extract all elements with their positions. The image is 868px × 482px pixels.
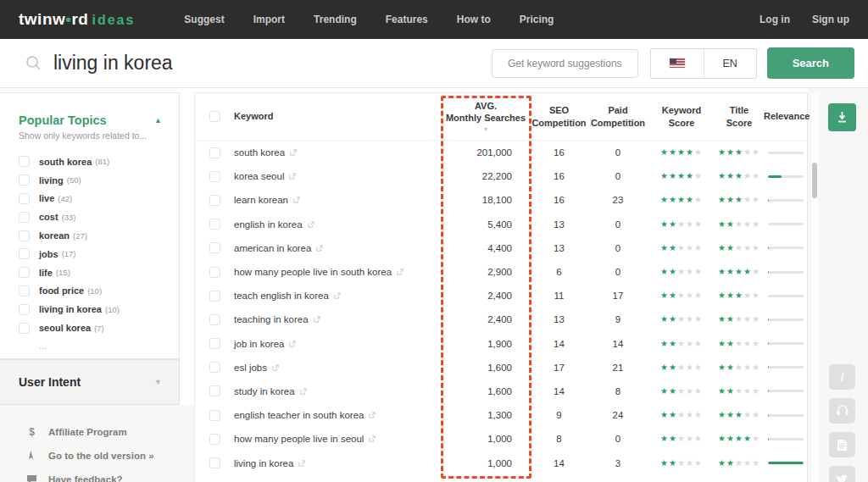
keyword-link[interactable]: job in korea — [234, 339, 284, 349]
table-row[interactable]: teaching in korea 2,400 13 9 ★★★★★ ★★★★★ — [195, 307, 807, 331]
search-input[interactable] — [53, 52, 492, 75]
table-row[interactable]: learn korean 18,100 16 23 ★★★★★ ★★★★★ — [195, 188, 807, 212]
header-title-score[interactable]: TitleScore — [715, 104, 764, 129]
table-row[interactable]: job in korea 1,900 14 14 ★★★★★ ★★★★★ — [195, 332, 807, 356]
external-link-icon[interactable] — [289, 341, 296, 347]
external-link-icon[interactable] — [316, 245, 323, 252]
topic-checkbox[interactable] — [19, 248, 30, 259]
nav-item-how-to[interactable]: How to — [457, 14, 491, 25]
sidebar-link[interactable]: $Affiliate Program — [25, 420, 180, 444]
sidebar-link[interactable]: Go to the old version » — [25, 444, 180, 468]
table-row[interactable]: english in korea 5,400 13 0 ★★★★★ ★★★★★ — [195, 213, 807, 236]
topic-filter-item[interactable]: life (15) — [19, 263, 162, 282]
row-checkbox[interactable] — [209, 434, 220, 445]
keyword-link[interactable]: american in korea — [234, 243, 311, 253]
scrollbar-track[interactable] — [811, 93, 818, 482]
keyword-link[interactable]: how many people live in seoul — [234, 434, 364, 444]
row-checkbox[interactable] — [209, 195, 220, 206]
external-link-icon[interactable] — [308, 221, 314, 228]
select-all-checkbox[interactable] — [209, 111, 220, 122]
row-checkbox[interactable] — [209, 338, 220, 349]
nav-item-import[interactable]: Import — [253, 14, 285, 25]
external-link-icon[interactable] — [334, 292, 341, 299]
row-checkbox[interactable] — [209, 242, 220, 253]
document-button[interactable] — [829, 432, 855, 457]
popular-topics-header[interactable]: Popular Topics ▲ — [19, 114, 162, 127]
topic-filter-item[interactable]: jobs (17) — [19, 245, 162, 263]
external-link-icon[interactable] — [298, 460, 305, 467]
popular-topics-more[interactable]: ... — [39, 341, 162, 351]
table-row[interactable]: teach english in korea 2,400 11 17 ★★★★★… — [195, 284, 807, 307]
header-paid-competition[interactable]: PaidCompetition — [587, 104, 648, 129]
language-selector[interactable]: EN — [650, 48, 757, 79]
language-code[interactable]: EN — [704, 49, 756, 78]
external-link-icon[interactable] — [369, 412, 376, 418]
table-row[interactable]: living in korea 1,000 14 3 ★★★★★ ★★★★★ — [195, 451, 807, 474]
scrollbar-thumb[interactable] — [812, 163, 817, 198]
topic-checkbox[interactable] — [19, 156, 30, 167]
keyword-link[interactable]: study in korea — [234, 386, 295, 396]
keyword-link[interactable]: korea seoul — [234, 171, 284, 181]
expand-caret-icon[interactable]: ▼ — [154, 378, 162, 386]
row-checkbox[interactable] — [209, 291, 220, 302]
keyword-link[interactable]: how many people live in south korea — [234, 267, 392, 277]
topic-checkbox[interactable] — [19, 193, 30, 204]
topic-checkbox[interactable] — [19, 230, 30, 241]
topic-filter-item[interactable]: living (50) — [19, 171, 162, 190]
keyword-link[interactable]: south korea — [234, 147, 285, 158]
header-keyword[interactable]: Keyword — [234, 110, 441, 122]
collapse-caret-icon[interactable]: ▲ — [154, 116, 162, 125]
nav-item-log-in[interactable]: Log in — [760, 14, 790, 25]
country-flag-icon[interactable] — [651, 49, 704, 78]
nav-item-features[interactable]: Features — [386, 14, 428, 25]
keyword-link[interactable]: english in korea — [234, 219, 303, 230]
table-row[interactable]: english teacher in south korea 1,300 9 2… — [195, 403, 807, 427]
search-button[interactable]: Search — [767, 47, 854, 79]
header-seo-competition[interactable]: SEOCompetition — [531, 104, 587, 129]
header-avg-monthly-searches[interactable]: AVG.Monthly Searches▼ — [441, 100, 531, 133]
header-keyword-score[interactable]: KeywordScore — [648, 104, 715, 129]
keyword-link[interactable]: teaching in korea — [234, 314, 309, 324]
nav-item-sign-up[interactable]: Sign up — [812, 14, 849, 25]
topic-filter-item[interactable]: cost (33) — [19, 208, 162, 226]
external-link-icon[interactable] — [289, 173, 296, 180]
user-intent-section[interactable]: User Intent ▼ — [0, 359, 180, 405]
header-relevance[interactable]: Relevance — [764, 110, 807, 122]
nav-item-pricing[interactable]: Pricing — [520, 14, 554, 25]
topic-filter-item[interactable]: korean (27) — [19, 226, 162, 245]
table-row[interactable]: korea seoul 22,200 16 0 ★★★★★ ★★★★★ — [195, 164, 807, 188]
external-link-icon[interactable] — [397, 269, 403, 275]
table-row[interactable]: american in korea 4,400 13 0 ★★★★★ ★★★★★ — [195, 236, 807, 260]
keyword-link[interactable]: teach english in korea — [234, 291, 329, 301]
topic-checkbox[interactable] — [19, 175, 30, 186]
topic-checkbox[interactable] — [19, 323, 30, 334]
info-button[interactable]: i — [829, 364, 855, 390]
table-row[interactable]: esl jobs 1,600 17 21 ★★★★★ ★★★★★ — [195, 356, 807, 380]
keyword-link[interactable]: living in korea — [234, 458, 293, 468]
table-row[interactable]: south korea 201,000 16 0 ★★★★★ ★★★★★ — [195, 141, 807, 164]
topic-filter-item[interactable]: south korea (81) — [19, 152, 162, 171]
topic-filter-item[interactable]: food price (10) — [19, 282, 162, 301]
external-link-icon[interactable] — [290, 149, 297, 156]
keyword-link[interactable]: esl jobs — [234, 363, 267, 373]
row-checkbox[interactable] — [209, 171, 220, 182]
topic-filter-item[interactable]: live (42) — [19, 190, 162, 208]
table-row[interactable]: study in korea 1,600 14 8 ★★★★★ ★★★★★ — [195, 380, 807, 403]
keyword-link[interactable]: learn korean — [234, 195, 288, 205]
table-row[interactable]: how many people live in seoul 1,000 8 0 … — [195, 427, 807, 451]
row-checkbox[interactable] — [209, 457, 220, 468]
row-checkbox[interactable] — [209, 314, 220, 325]
external-link-icon[interactable] — [293, 197, 300, 203]
external-link-icon[interactable] — [314, 316, 320, 323]
nav-item-trending[interactable]: Trending — [314, 14, 357, 25]
row-checkbox[interactable] — [209, 147, 220, 158]
topic-checkbox[interactable] — [19, 285, 30, 296]
row-checkbox[interactable] — [209, 362, 220, 373]
topic-filter-item[interactable]: living in korea (10) — [19, 300, 162, 319]
external-link-icon[interactable] — [272, 364, 279, 371]
nav-item-suggest[interactable]: Suggest — [184, 14, 224, 25]
topic-checkbox[interactable] — [19, 304, 30, 315]
row-checkbox[interactable] — [209, 410, 220, 421]
topic-checkbox[interactable] — [19, 212, 30, 223]
download-button[interactable] — [828, 103, 856, 131]
